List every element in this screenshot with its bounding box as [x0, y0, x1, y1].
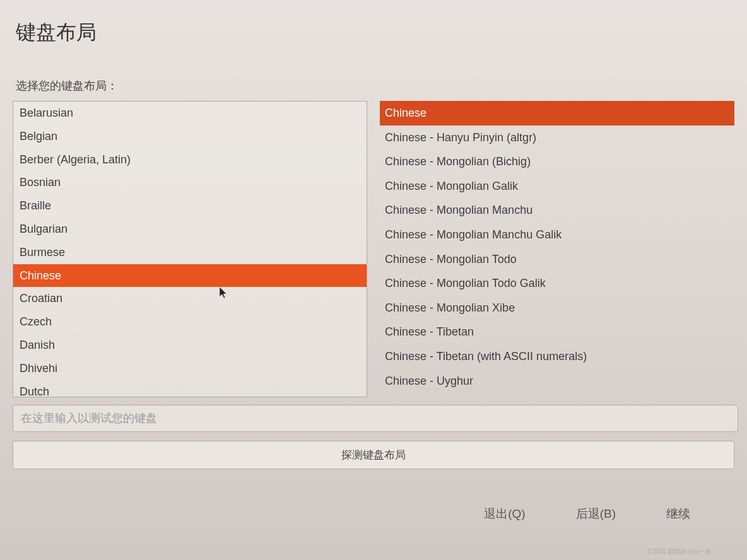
- list-item[interactable]: Chinese - Mongolian Manchu: [380, 198, 734, 223]
- watermark: CSDN @萌新小白一枚: [648, 547, 712, 556]
- list-item[interactable]: Chinese - Mongolian (Bichig): [380, 149, 734, 174]
- list-item[interactable]: Chinese - Hanyu Pinyin (altgr): [380, 125, 734, 150]
- list-item[interactable]: Dhivehi: [13, 357, 367, 380]
- list-item[interactable]: Croatian: [13, 287, 367, 310]
- select-layout-label: 选择您的键盘布局：: [16, 78, 734, 93]
- list-item[interactable]: Bulgarian: [13, 218, 367, 241]
- list-item[interactable]: Berber (Algeria, Latin): [13, 148, 367, 172]
- navigation-row: 退出(Q) 后退(B) 继续: [13, 493, 734, 547]
- list-item[interactable]: Belarusian: [13, 102, 367, 125]
- list-item[interactable]: Bosnian: [13, 171, 367, 194]
- list-item[interactable]: Chinese - Mongolian Todo: [380, 247, 734, 272]
- list-item[interactable]: Dutch: [13, 380, 367, 397]
- list-item[interactable]: Chinese - Mongolian Xibe: [380, 296, 734, 320]
- keyboard-test-input[interactable]: [13, 405, 738, 432]
- list-item[interactable]: Chinese - Mongolian Todo Galik: [380, 271, 734, 296]
- list-item[interactable]: Chinese: [380, 101, 734, 125]
- layout-variant-list[interactable]: ChineseChinese - Hanyu Pinyin (altgr)Chi…: [380, 101, 734, 397]
- list-item[interactable]: Chinese - Uyghur: [380, 369, 734, 394]
- list-item[interactable]: Chinese - Tibetan (with ASCII numerals): [380, 344, 734, 369]
- list-item[interactable]: Danish: [13, 334, 367, 357]
- list-item[interactable]: Chinese - Mongolian Galik: [380, 174, 734, 199]
- detect-layout-button[interactable]: 探测键盘布局: [13, 441, 734, 469]
- list-item[interactable]: Braille: [13, 194, 367, 218]
- back-button[interactable]: 后退(B): [576, 506, 616, 522]
- list-item[interactable]: Belgian: [13, 125, 367, 148]
- layout-lists-row: BelarusianBelgianBerber (Algeria, Latin)…: [13, 101, 734, 397]
- list-item[interactable]: Czech: [13, 310, 367, 334]
- page-title: 键盘布局: [16, 19, 734, 47]
- list-item[interactable]: Chinese - Mongolian Manchu Galik: [380, 223, 734, 247]
- list-item[interactable]: Chinese - Tibetan: [380, 320, 734, 344]
- layout-language-list[interactable]: BelarusianBelgianBerber (Algeria, Latin)…: [13, 101, 367, 397]
- list-item[interactable]: Burmese: [13, 241, 367, 264]
- quit-button[interactable]: 退出(Q): [484, 506, 525, 522]
- continue-button[interactable]: 继续: [666, 506, 690, 522]
- list-item[interactable]: Chinese: [13, 264, 367, 288]
